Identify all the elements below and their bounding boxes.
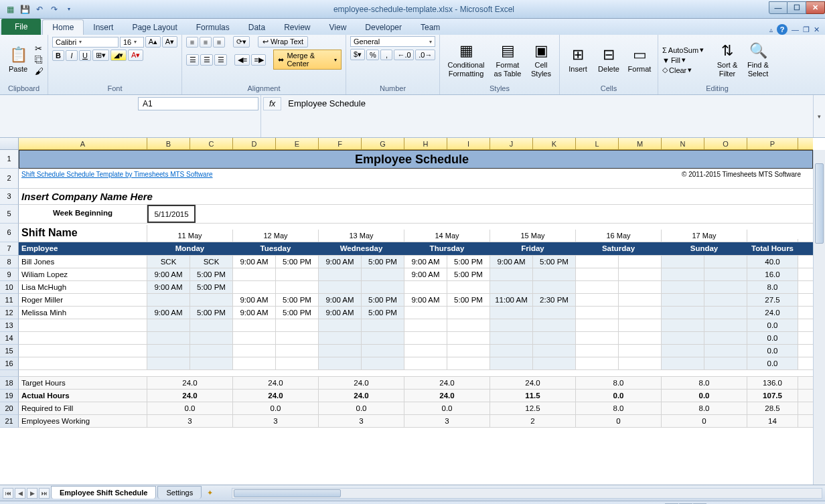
redo-icon[interactable]: ↷ [48, 3, 60, 15]
cell[interactable] [233, 319, 276, 331]
cell[interactable]: 9:00 AM [404, 294, 447, 306]
cell[interactable] [447, 307, 490, 319]
cell[interactable] [662, 357, 704, 369]
cell[interactable]: 3 [319, 415, 404, 427]
cell[interactable]: 24.0 [490, 377, 576, 389]
cell[interactable] [662, 332, 704, 344]
underline-button[interactable]: U [79, 50, 91, 61]
cell[interactable]: 9:00 AM [233, 256, 276, 268]
cell[interactable] [404, 357, 447, 369]
cell[interactable] [490, 268, 533, 280]
cell[interactable]: 12 May [233, 230, 319, 242]
tab-review[interactable]: Review [275, 20, 319, 35]
cell[interactable] [576, 281, 619, 293]
cell[interactable] [147, 357, 190, 369]
cell[interactable]: Week Beginning [19, 205, 147, 223]
cell[interactable] [147, 319, 190, 331]
row-header[interactable]: 3 [0, 189, 19, 205]
cell[interactable]: 5:00 PM [362, 307, 404, 319]
cell[interactable] [362, 319, 404, 331]
cell[interactable] [447, 281, 490, 293]
cell[interactable]: 0.0 [233, 402, 319, 414]
cell[interactable]: Insert Company Name Here [19, 189, 804, 204]
row-header[interactable]: 21 [0, 415, 19, 428]
tab-team[interactable]: Team [411, 20, 449, 35]
align-top-button[interactable]: ≡ [186, 37, 198, 48]
cell[interactable] [19, 370, 804, 376]
cell[interactable]: 9:00 AM [404, 256, 447, 268]
tab-file[interactable]: File [1, 19, 41, 35]
cell[interactable] [662, 319, 704, 331]
row-headers[interactable]: 123567891011121314151618192021 [0, 150, 19, 428]
merge-center-button[interactable]: ⬌Merge & Center▾ [273, 50, 342, 70]
cell[interactable] [747, 239, 798, 242]
row-header[interactable]: 14 [0, 332, 19, 345]
percent-button[interactable]: % [366, 50, 380, 60]
cell[interactable]: 8.0 [576, 377, 662, 389]
cell[interactable] [704, 319, 747, 331]
cell[interactable]: 9:00 AM [147, 281, 190, 293]
cell[interactable]: 15 May [490, 230, 576, 242]
cell[interactable]: 11 May [147, 230, 233, 242]
cell[interactable]: 24.0 [147, 377, 233, 389]
cell[interactable]: Monday [147, 242, 233, 255]
cell[interactable]: 9:00 AM [404, 268, 447, 280]
cell[interactable]: Saturday [576, 242, 662, 255]
cell[interactable] [662, 268, 704, 280]
cell[interactable]: 9:00 AM [319, 256, 362, 268]
row-header[interactable]: 7 [0, 242, 19, 256]
cell[interactable]: 0 [576, 415, 662, 427]
cell[interactable]: 8.0 [662, 402, 747, 414]
cell[interactable] [447, 345, 490, 357]
row-header[interactable]: 8 [0, 256, 19, 268]
row-header[interactable]: 10 [0, 281, 19, 294]
paste-button[interactable]: 📋 Paste [4, 38, 32, 82]
cell[interactable] [619, 294, 662, 306]
tab-page-layout[interactable]: Page Layout [123, 20, 186, 35]
cell[interactable]: 13 May [319, 230, 404, 242]
align-left-button[interactable]: ☰ [186, 54, 199, 66]
sheet-tab-active[interactable]: Employee Shift Schedule [51, 486, 156, 499]
cell[interactable]: Wiliam Lopez [19, 268, 147, 280]
cell[interactable]: Employee [19, 242, 147, 255]
align-center-button[interactable]: ☰ [200, 54, 213, 66]
row-header[interactable]: 11 [0, 294, 19, 307]
cell[interactable]: 24.0 [147, 390, 233, 402]
ribbon-window-min-icon[interactable]: — [792, 25, 799, 33]
row-header[interactable]: 13 [0, 319, 19, 332]
name-box[interactable] [138, 97, 258, 110]
cell[interactable]: 24.0 [319, 390, 404, 402]
help-icon[interactable]: ? [777, 24, 788, 35]
cell[interactable]: Lisa McHugh [19, 281, 147, 293]
cell-styles-button[interactable]: ▣Cell Styles [527, 38, 555, 82]
cell[interactable] [362, 281, 404, 293]
grid[interactable]: Employee ScheduleShift Schedule Schedule… [19, 150, 813, 485]
cell[interactable] [276, 319, 319, 331]
cell[interactable]: Actual Hours [19, 390, 147, 402]
cell[interactable] [404, 307, 447, 319]
number-format-select[interactable]: General▾ [350, 36, 435, 47]
cell[interactable] [447, 319, 490, 331]
cell[interactable] [233, 345, 276, 357]
col-header-P[interactable]: P [747, 138, 798, 149]
font-size-select[interactable]: 16▾ [120, 37, 144, 48]
cell[interactable] [576, 319, 619, 331]
cell[interactable] [619, 281, 662, 293]
col-header-O[interactable]: O [704, 138, 747, 149]
cell[interactable]: 0.0 [747, 319, 798, 331]
cell[interactable] [662, 281, 704, 293]
cell[interactable] [362, 345, 404, 357]
first-sheet-button[interactable]: ⏮ [3, 488, 13, 499]
cell[interactable]: 136.0 [747, 377, 798, 389]
cell[interactable] [490, 332, 533, 344]
cell[interactable]: 11.5 [490, 390, 576, 402]
cell[interactable]: 5:00 PM [362, 256, 404, 268]
row-header[interactable]: 5 [0, 205, 19, 224]
row-header[interactable]: 2 [0, 169, 19, 189]
cell[interactable] [490, 357, 533, 369]
cell[interactable]: 9:00 AM [233, 307, 276, 319]
cell[interactable] [19, 345, 147, 357]
cell[interactable]: 5:00 PM [190, 307, 233, 319]
cell[interactable] [490, 345, 533, 357]
cell[interactable]: 24.0 [747, 307, 798, 319]
